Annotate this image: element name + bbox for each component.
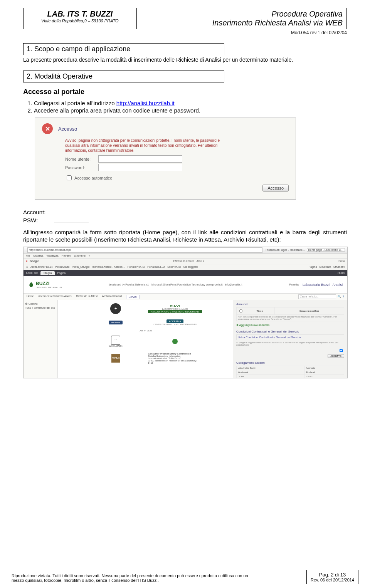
help-icon[interactable]: ?	[343, 295, 344, 298]
doc-title-1: Procedura Operativa	[141, 10, 343, 18]
menu-modifica[interactable]: Modifica	[33, 254, 43, 257]
accetto-button[interactable]: ACCETTO	[328, 354, 344, 358]
leftnav-cestino[interactable]: 🗑 Cestino	[25, 302, 56, 305]
accetto-checkbox[interactable]	[340, 349, 343, 352]
accredia-badge: ACCREDIA	[166, 319, 183, 323]
link-cpsc[interactable]: CPSC	[305, 374, 344, 378]
condizioni-title: Condizioni Contrattuali e Generali del S…	[236, 330, 344, 333]
azioni-sito[interactable]: Azioni sito	[26, 272, 38, 274]
annunci-title: Annunci	[236, 302, 344, 306]
steps-list: Collegarsi al portale all'indirizzo http…	[34, 100, 347, 114]
fav-6[interactable]: SitoPRATO	[167, 265, 181, 268]
fav-1[interactable]: PostaAbaco	[55, 265, 70, 268]
tab-sfoglia[interactable]: Sfoglia	[40, 271, 55, 275]
right-lab-title: Laboratorio Buzzi - Analisi	[303, 283, 343, 287]
doc-header: LAB. ITS T. BUZZI Viale della Repubblica…	[23, 8, 347, 29]
favright-0[interactable]: Pagina	[309, 265, 317, 268]
error-icon: ✕	[42, 123, 53, 134]
menu-visualizza[interactable]: Visualizza	[46, 254, 58, 257]
favright-2[interactable]: Strumenti	[333, 265, 345, 268]
leftnav-tutto[interactable]: Tutto il contenuto del sito	[25, 306, 56, 309]
menu-strumenti[interactable]: Strumenti	[74, 254, 86, 257]
link-ccmi[interactable]: CCMI	[237, 374, 305, 378]
buzzi-logo-2-sub2: ANALISI, PROVE E RICERCHE INDUSTRIALI	[148, 310, 202, 313]
section-1-title: 1. Scopo e campo di applicazione	[23, 43, 224, 55]
search-hint[interactable]: Effettua la ricerca	[173, 260, 194, 262]
password-input[interactable]	[98, 164, 182, 171]
site-search[interactable]: Cerca nel sito...	[298, 294, 336, 299]
favorites-icon[interactable]: ★	[26, 265, 28, 269]
fav-5[interactable]: PortaleBIELLA	[147, 265, 165, 268]
login-button[interactable]: Accesso	[262, 185, 289, 192]
condizioni-text: Si prega di leggere attentamente il cont…	[236, 341, 344, 346]
menu-help[interactable]: ?	[89, 254, 90, 257]
portal-link[interactable]: http://analisi.buzzilab.it	[116, 100, 175, 106]
center-text: developed by Proelia Sistemi s.r.l. - Mi…	[62, 283, 289, 286]
username-label: Nome utente:	[65, 157, 96, 161]
password-label: Password:	[65, 165, 96, 170]
fav-2[interactable]: Posta_NtsAgic	[72, 265, 89, 268]
section-2-title: 2. Modalità Operative	[23, 71, 224, 82]
link-woolmark[interactable]: Woolmark	[237, 370, 305, 374]
collegamenti-table: Lab.Analisi BuzziAccredia WoolmarkEcolab…	[236, 366, 344, 378]
nav-servizi[interactable]: Servizi	[126, 295, 140, 299]
browser-tab-1[interactable]: ProeliaAuthPages - Modificabil…	[266, 249, 305, 251]
annunci-th-data: Data/ora modifica	[274, 307, 344, 314]
brand-sub: LABORATORIO ANALISI	[36, 286, 62, 289]
account-blank	[54, 214, 89, 214]
login-warning: Avviso: pagina non crittografata per le …	[65, 138, 231, 153]
emblem-icon: ✦	[110, 303, 121, 314]
subtitle-accesso: Accesso al portale	[23, 88, 347, 96]
account-label: Account:	[23, 209, 54, 215]
step-1: Collegarsi al portale all'indirizzo http…	[34, 100, 347, 106]
accredia-sub: L'ENTE ITALIANO DI ACCREDITAMENTO	[148, 323, 202, 326]
lab-address: Viale della Repubblica,9 – 59100 PRATO	[27, 18, 133, 23]
search-icon[interactable]: 🔍	[338, 295, 341, 298]
fav-4[interactable]: PortalePRATO	[128, 265, 145, 268]
login-screenshot: ✕ Accesso Avviso: pagina non crittografa…	[35, 118, 296, 200]
ilac-badge: ilac-MRA	[109, 321, 123, 324]
flower-icon	[172, 339, 178, 344]
section-1-body: La presente procedura descrive la modali…	[23, 57, 347, 63]
nav-richieste[interactable]: Richieste in Attesa	[76, 295, 98, 299]
entra-link[interactable]: Entra	[338, 260, 345, 262]
account-line: Account:	[23, 209, 347, 215]
altro-link[interactable]: Altro »	[197, 260, 204, 262]
username-input[interactable]	[98, 155, 182, 163]
menu-preferiti[interactable]: Preferiti	[62, 254, 71, 257]
link-ecolabel[interactable]: Ecolabel	[305, 370, 344, 374]
user-name[interactable]: r.barsi	[338, 272, 345, 274]
google-label: Google	[30, 260, 39, 262]
auto-login-checkbox[interactable]	[67, 175, 72, 180]
nav-inserimento[interactable]: Inserimento Richiesta Analisi	[38, 295, 72, 299]
favright-1[interactable]: Sicurezza	[319, 265, 331, 268]
cpsc-l3: CPSC Identification Number for this Labo…	[148, 360, 202, 364]
fav-0[interactable]: AreaLavoroPDL14	[30, 265, 53, 268]
condizioni-link[interactable]: Link a Condizioni Contrattuali e General…	[236, 334, 344, 340]
homepage-screenshot: http://analisi.buzzilab.it/default.aspx …	[23, 247, 348, 378]
menu-file[interactable]: File	[26, 254, 30, 257]
add-annuncio[interactable]: ✚ Aggiungi nuovo annuncio	[236, 324, 344, 327]
url-bar[interactable]: http://analisi.buzzilab.it/default.aspx	[27, 247, 262, 253]
collegamenti-title: Collegamenti Esterni	[236, 361, 344, 365]
psw-label: PSW:	[23, 217, 54, 223]
paragraph-homepage: All'ingresso comparirà la form sotto rip…	[23, 229, 347, 244]
link-buzzi[interactable]: Lab.Analisi Buzzi	[237, 366, 305, 370]
fav-7[interactable]: Siti suggeriti	[183, 265, 198, 268]
nav-archivio[interactable]: Archivio Risultati	[102, 295, 122, 299]
step-1-text: Collegarsi al portale all'indirizzo	[34, 100, 116, 106]
buzzi-logo-2: BUZZI	[148, 304, 202, 308]
woolmark-label: WOOLMARK	[89, 345, 143, 347]
annunci-checkall[interactable]	[239, 309, 242, 312]
annunci-th-titolo: Titolo	[245, 307, 275, 314]
tab-pagina[interactable]: Pagina	[57, 272, 66, 274]
psw-line: PSW:	[23, 217, 347, 223]
nav-home[interactable]: Home	[27, 295, 34, 299]
lab-number: LAB N° 0525	[62, 329, 229, 332]
link-accredia[interactable]: Accredia	[305, 366, 344, 370]
proelia-logo: Proelia	[289, 283, 299, 286]
fav-3[interactable]: Richiesta Analisi - Access…	[92, 265, 125, 268]
browser-tab-2[interactable]: Home page - Laboratorio B…	[307, 248, 345, 252]
left-nav: 🗑 Cestino Tutto il contenuto del sito	[24, 300, 58, 378]
mod-revision: Mod.054 rev.1 del 02/02/04	[23, 30, 347, 35]
